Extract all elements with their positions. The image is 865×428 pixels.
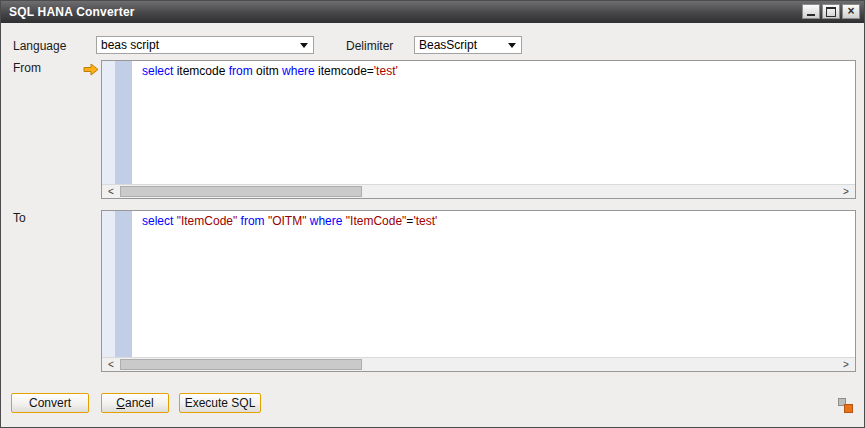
link-arrow-icon[interactable]: [83, 63, 99, 76]
delimiter-value: BeasScript: [415, 38, 508, 52]
minimize-icon: [807, 14, 815, 16]
window-controls: ×: [800, 4, 860, 19]
convert-button[interactable]: Convert: [11, 393, 89, 413]
scroll-right-icon[interactable]: >: [838, 185, 854, 198]
to-label: To: [13, 211, 26, 225]
editor-margin: [102, 61, 115, 184]
from-code-editor[interactable]: select itemcode from oitm where itemcode…: [101, 60, 856, 199]
close-icon: ×: [847, 6, 854, 17]
to-code-area[interactable]: select "ItemCode" from "OITM" where "Ite…: [132, 211, 855, 357]
window-mode-icon[interactable]: [838, 398, 853, 413]
from-horizontal-scrollbar[interactable]: < >: [102, 184, 855, 198]
chevron-down-icon: [508, 43, 516, 48]
chevron-down-icon: [300, 43, 308, 48]
cancel-button[interactable]: Cancel: [101, 393, 169, 413]
maximize-icon: [826, 7, 836, 17]
editor-gutter: [115, 211, 132, 357]
scrollbar-thumb[interactable]: [120, 186, 362, 197]
grip-orange-square: [844, 404, 853, 413]
to-horizontal-scrollbar[interactable]: < >: [102, 357, 855, 371]
from-code-area[interactable]: select itemcode from oitm where itemcode…: [132, 61, 855, 184]
delimiter-combobox[interactable]: BeasScript: [414, 36, 522, 54]
window-title: SQL HANA Converter: [1, 5, 135, 19]
scroll-left-icon[interactable]: <: [103, 185, 119, 198]
close-button[interactable]: ×: [842, 4, 860, 19]
client-area: Language beas script Delimiter BeasScrip…: [1, 23, 864, 427]
language-label: Language: [13, 39, 66, 53]
delimiter-label: Delimiter: [346, 39, 393, 53]
execute-sql-button[interactable]: Execute SQL: [179, 393, 261, 413]
language-combobox[interactable]: beas script: [96, 36, 314, 54]
scroll-left-icon[interactable]: <: [103, 358, 119, 371]
to-code-line: select "ItemCode" from "OITM" where "Ite…: [142, 214, 849, 229]
from-code-line: select itemcode from oitm where itemcode…: [142, 64, 849, 79]
language-value: beas script: [97, 38, 300, 52]
titlebar[interactable]: SQL HANA Converter ×: [1, 1, 864, 23]
sql-hana-converter-window: SQL HANA Converter × Language beas scrip…: [0, 0, 865, 428]
maximize-button[interactable]: [822, 4, 840, 19]
scrollbar-thumb[interactable]: [120, 359, 362, 370]
editor-margin: [102, 211, 115, 357]
to-code-editor[interactable]: select "ItemCode" from "OITM" where "Ite…: [101, 210, 856, 372]
scroll-right-icon[interactable]: >: [838, 358, 854, 371]
from-label: From: [13, 61, 41, 75]
minimize-button[interactable]: [802, 4, 820, 19]
editor-gutter: [115, 61, 132, 184]
